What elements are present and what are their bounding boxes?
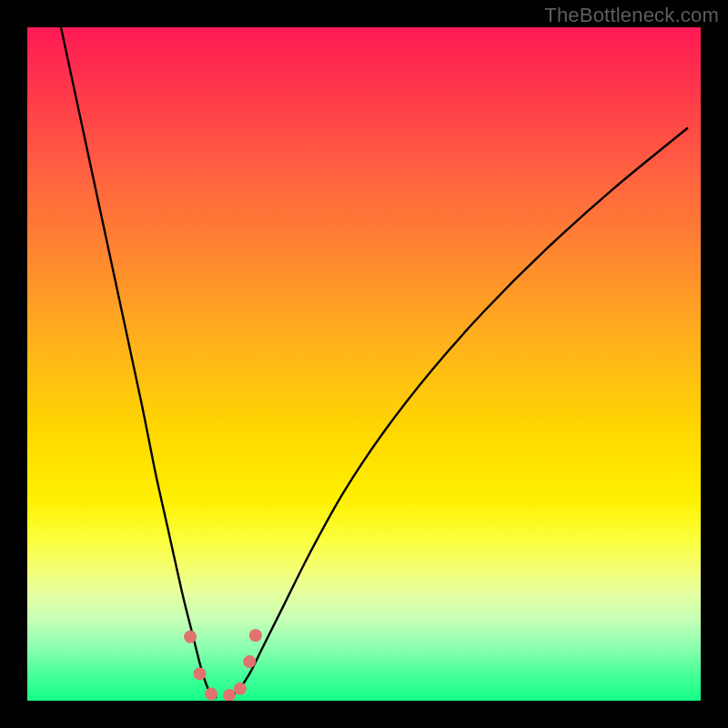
cusp-marker <box>223 689 236 701</box>
curve-layer <box>27 27 701 701</box>
cusp-marker <box>193 667 206 680</box>
cusp-marker <box>184 631 197 643</box>
cusp-marker <box>205 688 217 701</box>
cusp-marker <box>243 655 256 668</box>
cusp-marker <box>234 682 247 695</box>
plot-area <box>27 27 701 701</box>
right-branch-curve <box>229 128 687 697</box>
outer-frame: TheBottleneck.com <box>0 0 728 728</box>
watermark-text: TheBottleneck.com <box>544 4 719 27</box>
cusp-marker <box>249 629 262 642</box>
cusp-markers <box>184 629 262 701</box>
left-branch-curve <box>61 27 216 697</box>
